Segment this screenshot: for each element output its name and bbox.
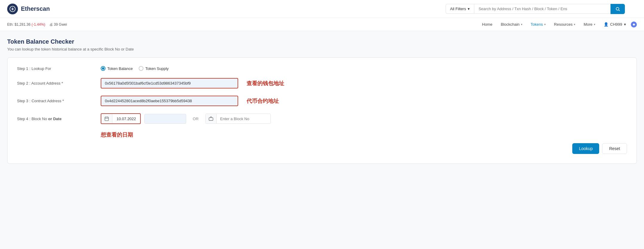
- chevron-down-icon: ▾: [521, 23, 522, 26]
- lookup-button[interactable]: Lookup: [572, 143, 599, 154]
- step1-controls: Token Balance Token Supply: [101, 66, 627, 71]
- gas-price: 🖨 39 Gwei: [49, 22, 67, 27]
- svg-line-2: [619, 10, 619, 11]
- chevron-down-icon: ▾: [624, 22, 626, 27]
- chevron-down-icon: ▾: [594, 23, 595, 26]
- filter-label: All Filters: [450, 7, 466, 11]
- nav-tokens[interactable]: Tokens ▾: [527, 20, 549, 28]
- block-icon: [206, 114, 217, 123]
- search-bar: All Filters ▾: [446, 4, 625, 14]
- page-description: You can lookup the token historical bala…: [7, 47, 637, 51]
- contract-address-input[interactable]: [101, 96, 238, 106]
- page-title: Token Balance Checker: [7, 38, 637, 45]
- eth-network-icon[interactable]: ◆: [631, 22, 637, 28]
- page-content: Token Balance Checker You can lookup the…: [0, 31, 644, 249]
- nav-links: Home Blockchain ▾ Tokens ▾ Resources ▾ M…: [478, 20, 637, 28]
- date-picker-block[interactable]: 10.07.2022: [101, 113, 141, 124]
- eth-price-bar: Eth: $1,281.36 (-1.44%) 🖨 39 Gwei: [7, 22, 67, 27]
- radio-token-supply[interactable]: Token Supply: [139, 66, 169, 71]
- svg-point-1: [616, 7, 619, 10]
- step1-row: Step 1 : Lookup For Token Balance Token …: [17, 66, 627, 71]
- chevron-down-icon: ▾: [574, 23, 575, 26]
- nav-home[interactable]: Home: [478, 20, 496, 28]
- time-input[interactable]: [144, 114, 186, 124]
- or-separator: OR: [190, 117, 202, 121]
- search-button[interactable]: [611, 4, 625, 14]
- logo-icon: [7, 4, 18, 14]
- annotation-address: 查看的钱包地址: [247, 80, 284, 87]
- nav-account[interactable]: 👤 CH999 ▾: [600, 20, 630, 28]
- block-no-input-area: [205, 114, 271, 124]
- search-input[interactable]: [474, 4, 611, 14]
- eth-price-change: (-1.44%): [31, 22, 45, 27]
- step3-controls: 代币合约地址: [101, 96, 627, 106]
- step3-label: Step 3 : Contract Address *: [17, 99, 101, 103]
- eth-price-value: Eth: $1,281.36: [7, 22, 30, 27]
- date-value: 10.07.2022: [112, 114, 140, 123]
- step2-label: Step 2 : Account Address *: [17, 81, 101, 85]
- lookup-type-radio-group: Token Balance Token Supply: [101, 66, 169, 71]
- calendar-icon: [101, 114, 112, 123]
- annotation-contract: 代币合约地址: [247, 97, 279, 105]
- annotation-date: 想查看的日期: [101, 131, 627, 138]
- filter-button[interactable]: All Filters ▾: [446, 4, 474, 14]
- nav-more[interactable]: More ▾: [580, 20, 599, 28]
- svg-rect-3: [105, 117, 108, 121]
- reset-button[interactable]: Reset: [602, 143, 627, 154]
- chevron-down-icon: ▾: [544, 23, 546, 26]
- chevron-down-icon: ▾: [468, 7, 470, 11]
- nav-blockchain[interactable]: Blockchain ▾: [497, 20, 526, 28]
- step1-label: Step 1 : Lookup For: [17, 66, 101, 71]
- account-icon: 👤: [604, 22, 608, 27]
- account-address-input[interactable]: [101, 78, 238, 88]
- step4-row: Step 4 : Block No or Date: [17, 113, 627, 124]
- radio-circle-token-supply: [139, 66, 143, 71]
- step2-row: Step 2 : Account Address * 查看的钱包地址: [17, 78, 627, 88]
- header-top: Etherscan All Filters ▾: [0, 0, 644, 18]
- step4-label: Step 4 : Block No or Date: [17, 117, 101, 121]
- logo-area: Etherscan: [7, 4, 50, 14]
- site-logo-text: Etherscan: [21, 5, 50, 12]
- radio-circle-token-balance: [101, 66, 105, 71]
- step4-controls: 10.07.2022 OR: [101, 113, 627, 124]
- token-checker-card: Step 1 : Lookup For Token Balance Token …: [7, 57, 637, 164]
- radio-token-balance[interactable]: Token Balance: [101, 66, 133, 71]
- step3-row: Step 3 : Contract Address * 代币合约地址: [17, 96, 627, 106]
- svg-rect-7: [209, 118, 213, 120]
- nav-resources[interactable]: Resources ▾: [550, 20, 579, 28]
- action-buttons: Lookup Reset: [17, 143, 627, 154]
- header-nav: Eth: $1,281.36 (-1.44%) 🖨 39 Gwei Home B…: [0, 18, 644, 31]
- step2-controls: 查看的钱包地址: [101, 78, 627, 88]
- block-no-input[interactable]: [217, 114, 270, 123]
